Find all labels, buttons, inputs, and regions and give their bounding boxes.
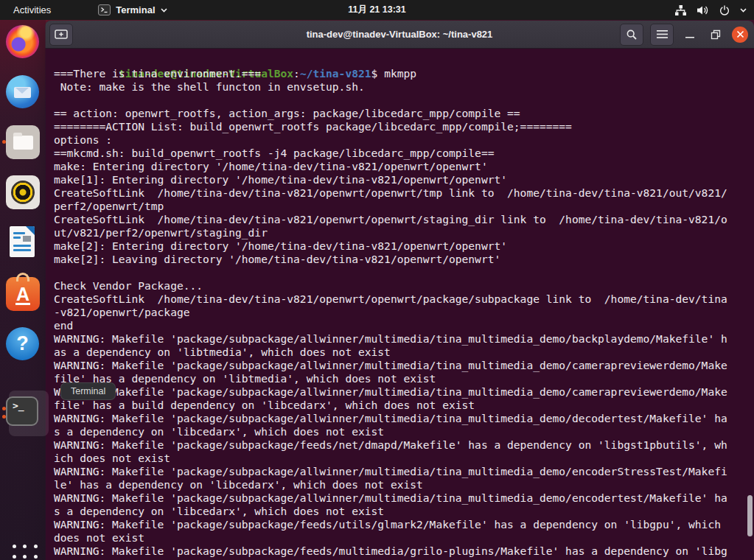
menu-button[interactable] xyxy=(650,24,674,46)
terminal-line: -v821/openwrt/package xyxy=(54,306,750,319)
terminal-line: does not exist xyxy=(54,531,750,545)
prompt-path: ~/tina-v821 xyxy=(300,67,371,80)
search-icon xyxy=(626,29,638,41)
dock-item-thunderbird[interactable] xyxy=(6,75,40,109)
dock-tooltip: Terminal xyxy=(60,382,116,400)
rhythmbox-icon xyxy=(6,175,40,209)
tray-caret-icon xyxy=(740,8,747,13)
top-bar: Activities Terminal 11月 21 13:31 xyxy=(0,0,754,20)
prompt-colon: : xyxy=(293,67,300,80)
terminal-line: WARNING: Makefile 'package/subpackage/al… xyxy=(54,412,750,425)
minimize-button[interactable] xyxy=(680,25,699,44)
terminal-line: Check Vendor Package... xyxy=(54,279,750,293)
hamburger-icon xyxy=(657,29,668,39)
terminal-line: WARNING: Makefile 'package/subpackage/al… xyxy=(54,491,750,505)
new-tab-button[interactable] xyxy=(49,24,73,46)
activities-button[interactable]: Activities xyxy=(9,3,55,17)
maximize-button[interactable] xyxy=(706,25,725,44)
system-tray[interactable] xyxy=(674,0,747,20)
libreoffice-writer-icon xyxy=(10,226,35,257)
terminal-dock-icon: >_ xyxy=(6,396,38,426)
terminal-line: CreateSoftLink /home/tina-dev/tina-v821/… xyxy=(54,186,750,200)
window-title: tina-dev@tinadev-VirtualBox: ~/tina-v821 xyxy=(307,29,493,40)
network-icon xyxy=(674,4,687,16)
terminal-line: WARNING: Makefile 'package/subpackage/fe… xyxy=(54,545,750,558)
dock-item-libreoffice-writer[interactable] xyxy=(6,226,40,260)
prompt-suffix: $ xyxy=(371,67,385,80)
terminal-scrollbar[interactable] xyxy=(747,495,753,536)
dock-item-help[interactable]: ? xyxy=(6,327,40,361)
dock-item-ubuntu-software[interactable]: A xyxy=(6,277,40,311)
clock[interactable]: 11月 21 13:31 xyxy=(348,0,406,20)
app-menu-caret-icon xyxy=(161,8,167,13)
close-button[interactable] xyxy=(732,27,748,43)
terminal-app-icon xyxy=(98,4,111,15)
terminal-line: ==mkcmd.sh: build_openwrt_rootfs -j4 pac… xyxy=(54,147,750,160)
volume-icon xyxy=(697,4,709,16)
terminal-line: WARNING: Makefile 'package/subpackage/al… xyxy=(54,359,750,372)
running-indicator xyxy=(2,140,6,144)
terminal-line xyxy=(54,266,750,279)
terminal-line: file' has a build dependency on 'libceda… xyxy=(54,399,750,412)
dock-item-files[interactable] xyxy=(6,125,40,159)
terminal-line: WARNING: Makefile 'package/subpackage/al… xyxy=(54,332,750,346)
dock-item-rhythmbox[interactable] xyxy=(6,175,40,209)
dock-item-terminal[interactable]: >_ xyxy=(6,396,40,430)
terminal-line: Note: make is the shell functon in envse… xyxy=(54,80,750,94)
close-icon xyxy=(736,30,744,38)
restore-icon xyxy=(711,29,721,40)
minimize-icon xyxy=(685,30,694,39)
files-icon xyxy=(6,125,40,159)
terminal-line: WARNING: Makefile 'package/subpackage/al… xyxy=(54,385,750,399)
ubuntu-software-icon: A xyxy=(6,277,40,311)
thunderbird-icon xyxy=(6,75,39,108)
terminal-viewport[interactable]: tina-dev@tinadev-VirtualBox:~/tina-v821$… xyxy=(45,49,754,560)
terminal-line: end xyxy=(54,319,750,332)
terminal-line: le' has a dependency on 'libcedarx', whi… xyxy=(54,478,750,491)
show-applications-button[interactable] xyxy=(13,545,39,560)
terminal-line xyxy=(54,94,750,107)
terminal-line: == action: openwrt_rootfs, action_args: … xyxy=(54,107,750,120)
new-tab-icon xyxy=(54,29,69,40)
firefox-icon xyxy=(6,25,39,58)
terminal-line: s a dependency on 'libcedarx', which doe… xyxy=(54,425,750,438)
terminal-line: WARNING: Makefile 'package/subpackage/fe… xyxy=(54,438,750,452)
terminal-line: ut/v821/perf2/openwrt/staging_dir xyxy=(54,226,750,239)
terminal-line: ========ACTION List: build_openwrt_rootf… xyxy=(54,120,750,133)
focused-app-label: Terminal xyxy=(116,4,155,15)
help-icon: ? xyxy=(6,327,39,360)
terminal-prompt-line: tina-dev@tinadev-VirtualBox:~/tina-v821$… xyxy=(54,54,750,67)
terminal-line: WARNING: Makefile 'package/subpackage/fe… xyxy=(54,518,750,531)
terminal-line: file' has a dependency on 'libtmedia', w… xyxy=(54,372,750,385)
terminal-line: WARNING: Makefile 'package/subpackage/al… xyxy=(54,465,750,478)
terminal-line: make[1]: Entering directory '/home/tina-… xyxy=(54,173,750,186)
dock: A ? >_ xyxy=(0,20,46,560)
prompt-command: mkmpp xyxy=(384,67,416,80)
terminal-line: CreateSoftLink /home/tina-dev/tina-v821/… xyxy=(54,293,750,306)
terminal-line: make[2]: Leaving directory '/home/tina-d… xyxy=(54,253,750,266)
desktop: Activities Terminal 11月 21 13:31 xyxy=(0,0,754,560)
terminal-line: as a dependency on 'libtmedia', which do… xyxy=(54,346,750,359)
terminal-line: ich does not exist xyxy=(54,452,750,465)
dock-item-firefox[interactable] xyxy=(6,25,40,59)
terminal-output: tina-dev@tinadev-VirtualBox:~/tina-v821$… xyxy=(54,54,750,560)
terminal-line: make[2]: Entering directory '/home/tina-… xyxy=(54,239,750,253)
terminal-line: perf2/openwrt/tmp xyxy=(54,200,750,213)
terminal-line: s a dependency on 'libcedarx', which doe… xyxy=(54,505,750,518)
terminal-window: tina-dev@tinadev-VirtualBox: ~/tina-v821 xyxy=(45,21,754,560)
terminal-header-bar[interactable]: tina-dev@tinadev-VirtualBox: ~/tina-v821 xyxy=(45,21,754,49)
terminal-line: make: Entering directory '/home/tina-dev… xyxy=(54,160,750,173)
terminal-line: options : xyxy=(54,133,750,147)
power-icon xyxy=(719,4,730,16)
focused-app-menu[interactable]: Terminal xyxy=(98,4,167,15)
terminal-line: CreateSoftLink /home/tina-dev/tina-v821/… xyxy=(54,213,750,226)
search-button[interactable] xyxy=(620,24,643,46)
